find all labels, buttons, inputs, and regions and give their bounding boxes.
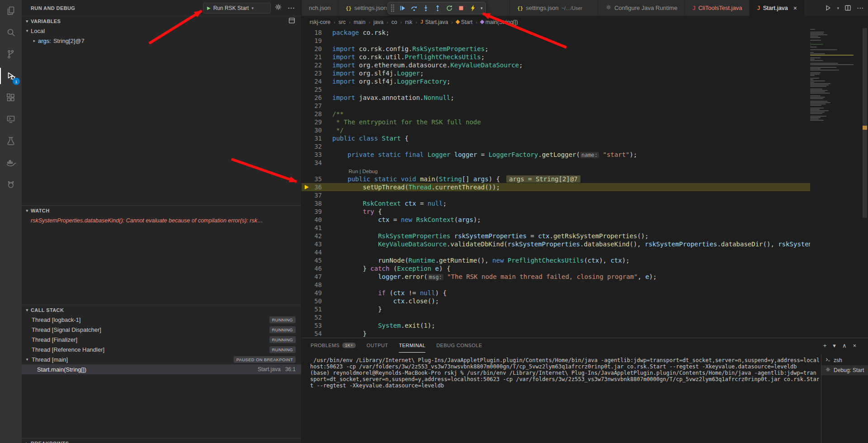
code-line[interactable]: 25 [302, 85, 810, 94]
code-text[interactable]: setUpThread(Thread.currentThread()); [332, 183, 810, 191]
gutter[interactable]: 43 [302, 240, 332, 248]
gutter[interactable]: 45 [302, 256, 332, 264]
scrollbar-thumb[interactable] [863, 28, 867, 218]
code-area[interactable]: 18package co.rsk;1920import co.rsk.confi… [302, 28, 810, 338]
code-line[interactable]: 52 [302, 313, 810, 321]
code-text[interactable] [332, 191, 810, 199]
code-text[interactable]: import co.rsk.config.RskSystemProperties… [332, 45, 810, 53]
code-text[interactable]: * The entrypoint for the RSK full node [332, 118, 810, 126]
code-line[interactable]: 29 * The entrypoint for the RSK full nod… [302, 118, 810, 126]
terminal-output[interactable]: /usr/bin/env /Library/Internet\ Plug-Ins… [310, 358, 819, 443]
activity-explorer-icon[interactable] [0, 0, 22, 22]
gutter[interactable]: 47 [302, 273, 332, 281]
call-stack-row[interactable]: Thread [Reference Handler]RUNNING [22, 344, 301, 354]
code-text[interactable]: public static void main(String[] args) {… [332, 175, 810, 183]
activity-remote-explorer-icon[interactable] [0, 108, 22, 130]
code-line[interactable]: 48 [302, 281, 810, 289]
breakpoints-header[interactable]: ▸ BREAKPOINTS [22, 438, 301, 443]
gutter[interactable]: 40 [302, 216, 332, 224]
panel-tab-debug-console[interactable]: DEBUG CONSOLE [436, 338, 482, 353]
run-icon[interactable] [825, 5, 831, 11]
code-line[interactable]: 37 [302, 191, 810, 199]
code-text[interactable]: */ [332, 126, 810, 134]
code-line[interactable]: 47 logger.error(msg: "The RSK node main … [302, 273, 810, 281]
code-line[interactable]: 24import org.slf4j.LoggerFactory; [302, 77, 810, 85]
code-text[interactable]: import org.slf4j.Logger; [332, 69, 810, 77]
split-editor-icon[interactable] [844, 5, 851, 11]
gutter[interactable]: 33 [302, 151, 332, 159]
run-dropdown-icon[interactable]: ▾ [837, 6, 839, 10]
activity-paw-icon[interactable] [0, 174, 22, 195]
code-text[interactable]: private static final Logger logger = Log… [332, 151, 810, 159]
code-line[interactable]: 18package co.rsk; [302, 28, 810, 37]
launch-profile-dropdown-icon[interactable]: ▾ [833, 342, 836, 349]
activity-search-icon[interactable] [0, 22, 22, 43]
call-stack-header[interactable]: ▾ CALL STACK [22, 305, 301, 315]
gutter[interactable]: 21 [302, 53, 332, 61]
code-text[interactable] [332, 102, 810, 110]
restart-icon[interactable] [444, 3, 455, 14]
code-text[interactable]: if (ctx != null) { [332, 289, 810, 297]
code-line[interactable]: 42 RskSystemProperties rskSystemProperti… [302, 232, 810, 240]
debug-config-picker[interactable]: ▶ Run RSK Start ▾ [203, 3, 271, 14]
code-line[interactable]: 22import org.ethereum.datasource.KeyValu… [302, 61, 810, 69]
call-stack-row[interactable]: Thread [Finalizer]RUNNING [22, 335, 301, 344]
close-panel-icon[interactable]: × [853, 342, 856, 349]
gutter[interactable]: 53 [302, 321, 332, 330]
code-text[interactable]: public class Start { [332, 134, 810, 142]
breadcrumb-item[interactable]: main(String[]) [481, 19, 518, 25]
code-text[interactable]: } [332, 305, 810, 313]
code-line[interactable]: 20import co.rsk.config.RskSystemProperti… [302, 45, 810, 53]
call-stack-row[interactable]: Thread [logback-1]RUNNING [22, 315, 301, 325]
gutter[interactable]: 39 [302, 207, 332, 216]
code-text[interactable]: } [332, 330, 810, 338]
gutter[interactable]: 24 [302, 77, 332, 85]
code-text[interactable]: logger.error(msg: "The RSK node main thr… [332, 273, 810, 281]
gutter[interactable]: 37 [302, 191, 332, 199]
more-actions-icon[interactable]: ⋯ [857, 4, 863, 12]
breadcrumb-item[interactable]: co [392, 19, 397, 25]
variable-args[interactable]: ▸ args: String[2]@7 [22, 36, 301, 46]
code-text[interactable]: } catch (Exception e) { [332, 264, 810, 273]
editor-scrollbar[interactable] [862, 28, 868, 338]
code-line[interactable]: 51 } [302, 305, 810, 313]
code-line[interactable]: 43 KeyValueDataSource.validateDbKind(rsk… [302, 240, 810, 248]
tab-settings-json[interactable]: {}settings.json~/…/User [510, 0, 598, 16]
code-line[interactable]: 26import javax.annotation.Nonnull; [302, 94, 810, 102]
variables-scope-local[interactable]: ▾ Local [22, 26, 301, 36]
gutter[interactable]: 30 [302, 126, 332, 134]
gutter[interactable]: 18 [302, 28, 332, 37]
code-text[interactable]: try { [332, 207, 810, 216]
code-line[interactable]: 46 } catch (Exception e) { [302, 264, 810, 273]
code-text[interactable]: Run | Debug [332, 167, 810, 175]
code-line[interactable]: 21import co.rsk.util.PreflightChecksUtil… [302, 53, 810, 61]
code-text[interactable]: package co.rsk; [332, 28, 810, 37]
gutter[interactable]: 20 [302, 45, 332, 53]
code-line[interactable]: 44 [302, 248, 810, 256]
codelens-row[interactable]: Run | Debug [302, 167, 810, 175]
maximize-panel-icon[interactable]: ∧ [842, 342, 847, 349]
call-stack-row[interactable]: Thread [Signal Dispatcher]RUNNING [22, 325, 301, 335]
gutter[interactable]: 32 [302, 142, 332, 151]
code-text[interactable] [332, 159, 810, 167]
breadcrumb-item[interactable]: rsk [405, 19, 412, 25]
code-line[interactable]: 32 [302, 142, 810, 151]
code-line[interactable]: 50 ctx.close(); [302, 297, 810, 305]
code-text[interactable]: RskSystemProperties rskSystemProperties … [332, 232, 810, 240]
code-text[interactable]: ctx.close(); [332, 297, 810, 305]
gutter[interactable]: 27 [302, 102, 332, 110]
code-line[interactable]: 45 runNode(Runtime.getRuntime(), new Pre… [302, 256, 810, 264]
code-text[interactable]: import javax.annotation.Nonnull; [332, 94, 810, 102]
tab-configure-java-runtime[interactable]: Configure Java Runtime [598, 0, 685, 16]
gutter[interactable]: 26 [302, 94, 332, 102]
gutter[interactable]: 25 [302, 85, 332, 94]
activity-testing-icon[interactable] [0, 130, 22, 152]
code-line[interactable]: 54 } [302, 330, 810, 338]
variables-header[interactable]: ▾ VARIABLES [22, 16, 301, 26]
gutter[interactable]: 38 [302, 199, 332, 207]
code-line[interactable]: 49 if (ctx != null) { [302, 289, 810, 297]
gutter[interactable]: 42 [302, 232, 332, 240]
step-over-icon[interactable] [409, 3, 420, 14]
step-out-icon[interactable] [432, 3, 443, 14]
drag-handle[interactable] [391, 4, 395, 12]
